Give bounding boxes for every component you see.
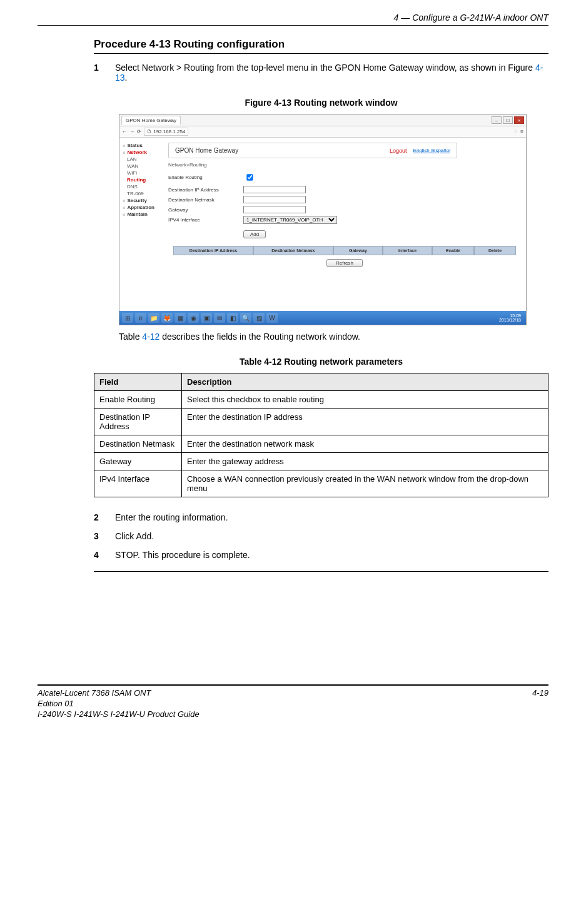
dest-ip-input[interactable] [243,186,306,193]
ipv4-interface-select[interactable]: 1_INTERNET_TR069_VOIP_OTH [243,216,337,224]
reload-icon[interactable]: ⟳ [137,129,141,135]
sidebar-maintain[interactable]: Maintain [122,211,161,217]
th-enable: Enable [432,246,474,255]
sidebar-routing[interactable]: Routing [127,177,161,183]
taskbar-date: 2013/12/18 [499,318,521,322]
browser-tab[interactable]: GPON Home Gateway [121,116,181,124]
language-link[interactable]: English |Español [413,148,450,153]
ie-icon[interactable]: e [135,313,146,323]
step-3-text: Click Add. [115,531,548,541]
maximize-icon[interactable]: □ [503,116,513,124]
step-2-text: Enter the routing information. [115,512,548,522]
cell-field: Enable Routing [94,391,182,409]
routes-table-header: Destination IP Address Destination Netma… [173,246,516,255]
step-2: 2 Enter the routing information. [94,512,548,522]
address-field[interactable]: 🗋 192.168.1.254 [144,128,188,136]
label-gateway: Gateway [168,207,243,213]
footer-edition: Edition 01 [38,699,200,709]
label-enable-routing: Enable Routing [168,175,243,180]
sidebar-tr069[interactable]: TR-069 [127,191,161,196]
procedure-rule [94,53,548,54]
table-caption: Table 4-12 Routing network parameters [94,357,548,367]
page-number: 4-19 [532,688,548,720]
step-4: 4 STOP. This procedure is complete. [94,550,548,560]
add-button[interactable]: Add [243,230,266,238]
table-row: Destination NetmaskEnter the destination… [94,435,548,453]
logout-link[interactable]: Logout [390,148,407,154]
word-icon[interactable]: W [266,313,278,323]
th-delete: Delete [474,246,516,255]
cell-desc: Choose a WAN connection previously creat… [182,470,548,497]
footer-guide: I-240W-S I-241W-S I-241W-U Product Guide [38,709,200,720]
sidebar-lan[interactable]: LAN [127,156,161,162]
th-description: Description [182,373,548,391]
step-1-text: Select Network > Routing from the top-le… [115,63,548,83]
label-ipv4-interface: IPV4 Interface [168,217,243,223]
step-3: 3 Click Add. [94,531,548,541]
table-reference[interactable]: 4-12 [142,332,159,342]
back-icon[interactable]: ← [122,129,127,135]
app2-icon[interactable]: ▣ [201,313,212,323]
header-rule [38,25,548,26]
app3-icon[interactable]: ◧ [227,313,238,323]
step-4-number: 4 [94,550,115,560]
table-row: IPv4 InterfaceChoose a WAN connection pr… [94,470,548,497]
figure-screenshot: GPON Home Gateway – □ × ← → ⟳ 🗋 192.168.… [119,114,527,325]
sidebar-dns[interactable]: DNS [127,184,161,190]
table-row: Destination IP AddressEnter the destinat… [94,409,548,435]
start-icon[interactable]: ⊞ [122,313,133,323]
cell-desc: Enter the destination IP address [182,409,548,435]
step-1-number: 1 [94,63,115,83]
footer-product: Alcatel-Lucent 7368 ISAM ONT [38,688,200,699]
gateway-brand: GPON Home Gateway [175,147,238,154]
cell-desc: Select this checkbox to enable routing [182,391,548,409]
forward-icon[interactable]: → [129,129,134,135]
close-icon[interactable]: × [514,116,524,124]
footer-rule [38,684,548,686]
bookmark-icon[interactable]: ☆ [513,129,518,135]
step-1-pre: Select Network > Routing from the top-le… [115,63,535,73]
table-desc-post: describes the fields in the Routing netw… [159,332,360,342]
window-controls: – □ × [492,116,524,124]
step-4-text: STOP. This procedure is complete. [115,550,548,560]
sidebar-status[interactable]: Status [122,143,161,148]
browser-tabbar: GPON Home Gateway – □ × [119,114,526,126]
step-1: 1 Select Network > Routing from the top-… [94,63,548,83]
th-interface: Interface [383,246,432,255]
address-url: 192.168.1.254 [153,129,185,135]
parameters-table: Field Description Enable RoutingSelect t… [94,373,548,497]
th-dest-netmask: Destination Netmask [253,246,333,255]
cell-desc: Enter the destination network mask [182,435,548,453]
main-panel: GPON Home Gateway Logout English |Españo… [163,138,526,311]
sidebar-application[interactable]: Application [122,205,161,210]
menu-icon[interactable]: ≡ [520,129,523,135]
sidebar: Status Network LAN WAN WiFi Routing DNS … [119,138,163,311]
taskbar-time: 15:09 [510,313,521,318]
sidebar-network[interactable]: Network [122,150,161,155]
breadcrumb: Network>Routing [168,162,526,168]
sidebar-wifi[interactable]: WiFi [127,170,161,176]
app4-icon[interactable]: ▧ [253,313,265,323]
figure-caption: Figure 4-13 Routing network window [94,98,548,108]
app-icon[interactable]: ▦ [174,313,186,323]
gateway-input[interactable] [243,206,306,213]
cell-field: Destination Netmask [94,435,182,453]
sidebar-security[interactable]: Security [122,198,161,203]
cell-desc: Enter the gateway address [182,453,548,470]
label-dest-ip: Destination IP Address [168,187,243,193]
firefox-icon[interactable]: 🦊 [161,313,173,323]
cell-field: Destination IP Address [94,409,182,435]
table-row: GatewayEnter the gateway address [94,453,548,470]
dest-netmask-input[interactable] [243,196,306,203]
explorer-icon[interactable]: 📁 [148,313,159,323]
windows-taskbar: ⊞ e 📁 🦊 ▦ ◉ ▣ ✉ ◧ 🔍 ▧ W 15:092013/12/18 [119,311,526,325]
running-header: 4 — Configure a G-241W-A indoor ONT [38,13,548,23]
refresh-button[interactable]: Refresh [326,259,363,267]
search-icon[interactable]: 🔍 [240,313,251,323]
procedure-title: Procedure 4-13 Routing configuration [94,38,548,51]
outlook-icon[interactable]: ✉ [214,313,225,323]
enable-routing-checkbox[interactable] [246,174,253,180]
sidebar-wan[interactable]: WAN [127,163,161,169]
chrome-icon[interactable]: ◉ [188,313,199,323]
minimize-icon[interactable]: – [492,116,502,124]
